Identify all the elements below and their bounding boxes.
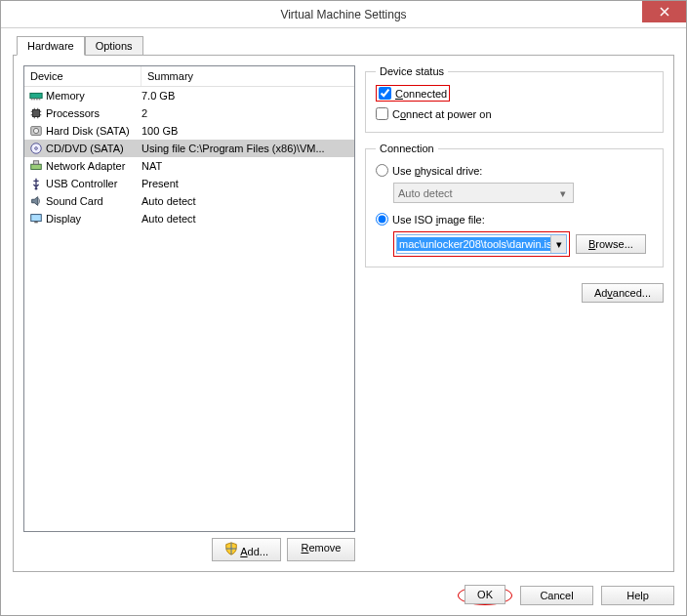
- device-summary: Using file C:\Program Files (x86)\VM...: [141, 143, 350, 154]
- physical-drive-row: Use physical drive:: [376, 162, 653, 179]
- physical-dropdown-wrap: Auto detect ▾: [393, 183, 653, 203]
- svg-rect-14: [34, 222, 38, 224]
- device-summary: NAT: [141, 160, 350, 172]
- help-button[interactable]: Help: [601, 586, 674, 605]
- ok-highlight: OK: [458, 586, 512, 605]
- svg-rect-3: [36, 99, 38, 101]
- svg-rect-1: [31, 99, 33, 101]
- device-summary: 2: [141, 107, 350, 119]
- add-label: Add...: [240, 546, 268, 557]
- ok-button[interactable]: OK: [465, 585, 505, 604]
- iso-path-value: mac\unlocker208\tools\darwin.iso: [397, 237, 550, 251]
- svg-rect-0: [30, 93, 42, 98]
- list-header: Device Summary: [24, 66, 354, 87]
- browse-button[interactable]: Browse...: [576, 234, 646, 254]
- memory-icon: [28, 88, 44, 103]
- svg-rect-11: [33, 161, 38, 165]
- device-status-group: Device status Connected Connect at power…: [365, 65, 664, 133]
- device-list[interactable]: Device Summary Memory 7.0 GB Processors: [23, 65, 355, 532]
- tab-options[interactable]: Options: [85, 36, 143, 56]
- list-row-network[interactable]: Network Adapter NAT: [24, 157, 354, 175]
- device-label: Memory: [46, 90, 141, 102]
- usb-icon: [28, 176, 44, 191]
- device-label: Hard Disk (SATA): [46, 125, 141, 137]
- cpu-icon: [28, 105, 44, 121]
- col-device[interactable]: Device: [24, 66, 141, 86]
- list-row-memory[interactable]: Memory 7.0 GB: [24, 87, 354, 104]
- device-label: CD/DVD (SATA): [46, 143, 141, 154]
- device-summary: Auto detect: [141, 213, 350, 225]
- device-summary: Present: [141, 178, 350, 189]
- chevron-down-icon: ▾: [550, 235, 566, 253]
- tab-strip: Hardware Options: [13, 36, 674, 56]
- device-status-legend: Device status: [376, 65, 448, 77]
- iso-combo-wrap: mac\unlocker208\tools\darwin.iso ▾ Brows…: [393, 231, 653, 257]
- cancel-button[interactable]: Cancel: [520, 586, 593, 605]
- svg-rect-2: [33, 99, 35, 101]
- svg-rect-10: [31, 164, 42, 169]
- device-summary: Auto detect: [141, 195, 350, 207]
- physical-label: Use physical drive:: [392, 165, 482, 177]
- tab-hardware[interactable]: Hardware: [17, 36, 85, 56]
- device-label: Processors: [46, 107, 141, 119]
- close-button[interactable]: [642, 1, 686, 22]
- display-icon: [28, 211, 44, 226]
- physical-dropdown-value: Auto detect: [398, 187, 453, 199]
- content-area: Hardware Options Device Summary Memory 7…: [1, 28, 686, 578]
- connection-legend: Connection: [376, 143, 438, 154]
- device-label: Network Adapter: [46, 160, 141, 172]
- titlebar: Virtual Machine Settings: [1, 1, 686, 28]
- network-icon: [28, 158, 44, 174]
- svg-rect-13: [31, 215, 42, 222]
- device-label: Display: [46, 213, 141, 225]
- advanced-button[interactable]: Advanced...: [582, 283, 664, 303]
- col-summary[interactable]: Summary: [141, 66, 354, 86]
- svg-point-9: [35, 147, 38, 150]
- dialog-buttons: OK Cancel Help: [1, 578, 686, 615]
- add-button[interactable]: Add...: [212, 538, 281, 561]
- physical-radio[interactable]: [376, 164, 388, 177]
- sound-icon: [28, 193, 44, 209]
- left-pane: Device Summary Memory 7.0 GB Processors: [23, 65, 355, 561]
- hdd-icon: [28, 123, 44, 139]
- physical-dropdown[interactable]: Auto detect ▾: [393, 183, 574, 203]
- device-summary: 7.0 GB: [141, 90, 350, 102]
- iso-radio[interactable]: [376, 213, 388, 226]
- shield-icon: [224, 546, 238, 557]
- close-icon: [660, 7, 669, 17]
- list-row-sound[interactable]: Sound Card Auto detect: [24, 192, 354, 210]
- svg-point-12: [35, 187, 38, 190]
- iso-path-combo[interactable]: mac\unlocker208\tools\darwin.iso ▾: [396, 234, 567, 254]
- right-pane: Device status Connected Connect at power…: [365, 65, 664, 561]
- iso-highlight: mac\unlocker208\tools\darwin.iso ▾: [393, 231, 570, 257]
- list-row-display[interactable]: Display Auto detect: [24, 210, 354, 227]
- settings-window: Virtual Machine Settings Hardware Option…: [0, 0, 687, 616]
- window-title: Virtual Machine Settings: [1, 8, 686, 21]
- iso-label: Use ISO image file:: [392, 214, 485, 226]
- device-label: USB Controller: [46, 178, 141, 189]
- device-label: Sound Card: [46, 195, 141, 207]
- device-summary: 100 GB: [141, 125, 350, 137]
- iso-row: Use ISO image file:: [376, 211, 653, 227]
- svg-rect-5: [33, 110, 40, 117]
- connection-group: Connection Use physical drive: Auto dete…: [365, 143, 664, 267]
- list-row-hdd[interactable]: Hard Disk (SATA) 100 GB: [24, 122, 354, 140]
- svg-rect-4: [39, 99, 41, 101]
- chevron-down-icon: ▾: [556, 186, 570, 200]
- connected-label: Connected: [395, 88, 447, 100]
- connected-highlight: Connected: [376, 85, 450, 102]
- list-row-cddvd[interactable]: CD/DVD (SATA) Using file C:\Program File…: [24, 140, 354, 157]
- disc-icon: [28, 141, 44, 156]
- advanced-row: Advanced...: [365, 283, 664, 303]
- list-row-processors[interactable]: Processors 2: [24, 104, 354, 122]
- connected-checkbox[interactable]: [379, 87, 391, 100]
- connect-power-row: Connect at power on: [376, 105, 653, 122]
- connect-power-checkbox[interactable]: [376, 107, 388, 120]
- svg-point-7: [33, 128, 38, 133]
- remove-button[interactable]: Remove: [287, 538, 355, 561]
- connect-power-label: Connect at power on: [392, 108, 492, 120]
- list-row-usb[interactable]: USB Controller Present: [24, 175, 354, 192]
- list-body: Memory 7.0 GB Processors 2 Hard Disk (SA…: [24, 87, 354, 227]
- device-buttons: Add... Remove: [23, 538, 355, 561]
- tab-panel: Device Summary Memory 7.0 GB Processors: [13, 55, 674, 572]
